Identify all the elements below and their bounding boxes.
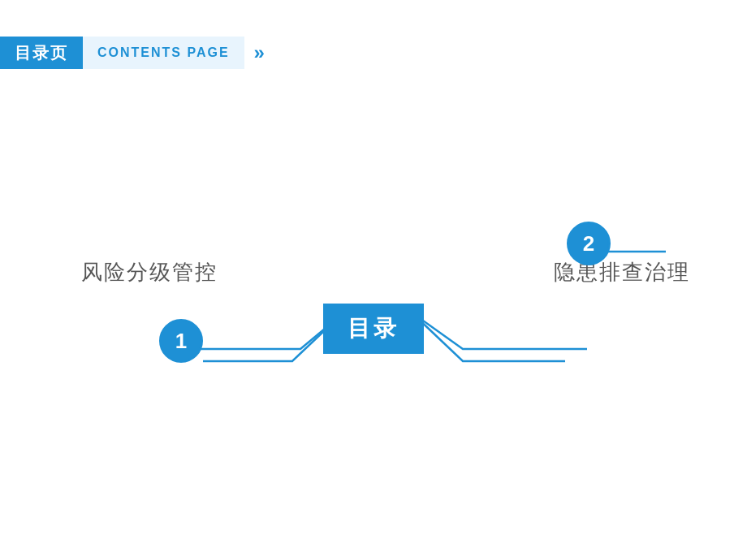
- header-chinese-section: 目录页: [0, 37, 83, 69]
- item-2-text: 隐患排查治理: [554, 258, 690, 286]
- item-1-text: 风险分级管控: [81, 258, 218, 286]
- header-chinese-label: 目录页: [15, 42, 68, 64]
- chevron-icon: »: [254, 43, 265, 62]
- header-bar: 目录页 CONTENTS PAGE »: [0, 37, 274, 69]
- header-chevrons: »: [244, 43, 274, 62]
- item-1-circle: 1: [159, 319, 203, 363]
- item-1-number: 1: [175, 329, 187, 354]
- item-2-circle: 2: [567, 222, 611, 265]
- item-2-number: 2: [583, 231, 594, 256]
- header-english-label: CONTENTS PAGE: [97, 45, 230, 60]
- header-english-section: CONTENTS PAGE: [83, 37, 244, 69]
- center-label: 目录: [323, 304, 424, 354]
- main-content: 风险分级管控 隐患排查治理 目录 1 2: [0, 97, 747, 560]
